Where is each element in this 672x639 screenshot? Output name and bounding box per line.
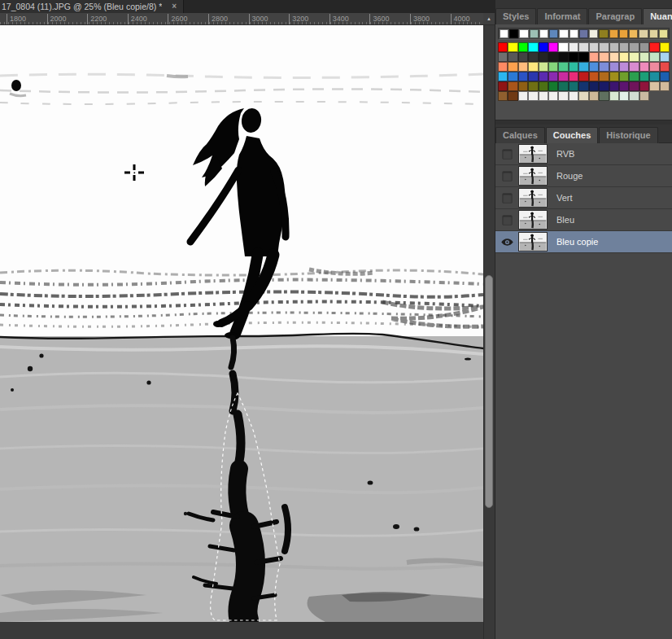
color-swatch[interactable] [539, 72, 548, 81]
color-swatch[interactable] [518, 52, 528, 62]
color-swatch[interactable] [528, 42, 538, 52]
color-swatch[interactable] [639, 62, 649, 72]
channel-row-vert[interactable]: Vert [495, 187, 672, 209]
color-swatch[interactable] [589, 62, 599, 72]
color-swatch[interactable] [660, 72, 670, 81]
color-swatch[interactable] [508, 42, 517, 52]
color-swatch[interactable] [528, 52, 538, 62]
color-swatch[interactable] [569, 72, 578, 81]
color-swatch[interactable] [660, 52, 670, 62]
color-swatch[interactable] [589, 52, 599, 62]
color-swatch[interactable] [660, 81, 670, 91]
color-swatch[interactable] [639, 29, 648, 38]
color-swatch[interactable] [548, 42, 558, 52]
color-swatch[interactable] [578, 91, 588, 101]
color-swatch[interactable] [508, 62, 517, 72]
vertical-scrollbar[interactable] [483, 25, 495, 639]
color-swatch[interactable] [558, 81, 568, 91]
color-swatch[interactable] [558, 72, 568, 81]
color-swatch[interactable] [569, 29, 578, 38]
color-swatch[interactable] [649, 52, 659, 62]
color-swatch[interactable] [629, 42, 639, 52]
color-swatch[interactable] [589, 29, 598, 38]
color-swatch[interactable] [649, 72, 659, 81]
visibility-empty-well[interactable] [502, 149, 513, 160]
visibility-toggle[interactable] [495, 149, 518, 160]
color-swatch[interactable] [539, 42, 548, 52]
color-swatch[interactable] [548, 91, 558, 101]
color-swatch[interactable] [508, 52, 517, 62]
canvas-image[interactable] [0, 25, 483, 622]
visibility-toggle[interactable] [495, 171, 518, 182]
color-swatch[interactable] [498, 42, 508, 52]
color-swatch[interactable] [539, 91, 548, 101]
channel-row-bleu[interactable]: Bleu [495, 209, 672, 231]
color-swatch[interactable] [629, 72, 639, 81]
color-swatch[interactable] [639, 91, 649, 101]
color-swatch[interactable] [639, 72, 649, 81]
color-swatch[interactable] [609, 42, 619, 52]
color-swatch[interactable] [609, 29, 618, 38]
visibility-empty-well[interactable] [502, 171, 513, 182]
close-icon[interactable]: × [172, 2, 177, 11]
color-swatch[interactable] [629, 62, 639, 72]
color-swatch[interactable] [619, 42, 629, 52]
color-swatch[interactable] [578, 72, 588, 81]
color-swatch[interactable] [569, 52, 578, 62]
color-swatch[interactable] [508, 91, 517, 101]
color-swatch[interactable] [518, 72, 528, 81]
color-swatch[interactable] [619, 52, 629, 62]
color-swatch[interactable] [518, 42, 528, 52]
color-swatch[interactable] [629, 91, 639, 101]
scrollbar-thumb[interactable] [485, 275, 493, 508]
color-swatch[interactable] [508, 72, 517, 81]
color-swatch[interactable] [558, 91, 568, 101]
visibility-toggle[interactable] [495, 215, 518, 225]
color-swatch[interactable] [498, 52, 508, 62]
color-swatch[interactable] [629, 52, 639, 62]
color-swatch[interactable] [528, 81, 538, 91]
color-swatch[interactable] [589, 91, 599, 101]
color-swatch[interactable] [579, 29, 588, 38]
channel-row-bleu-copie[interactable]: Bleu copie [495, 231, 672, 253]
color-swatch[interactable] [518, 91, 528, 101]
color-swatch[interactable] [498, 72, 508, 81]
visibility-empty-well[interactable] [502, 215, 513, 225]
color-swatch[interactable] [578, 62, 588, 72]
color-swatch[interactable] [619, 81, 629, 91]
tab-styles[interactable]: Styles [495, 8, 536, 24]
color-swatch[interactable] [558, 62, 568, 72]
color-swatch[interactable] [578, 81, 588, 91]
color-swatch[interactable] [519, 29, 528, 38]
color-swatch[interactable] [619, 72, 629, 81]
color-swatch[interactable] [609, 52, 619, 62]
color-swatch[interactable] [649, 62, 659, 72]
color-swatch[interactable] [649, 42, 659, 52]
color-swatch[interactable] [589, 42, 599, 52]
color-swatch[interactable] [539, 62, 548, 72]
visibility-empty-well[interactable] [502, 193, 513, 204]
color-swatch[interactable] [660, 62, 670, 72]
color-swatch[interactable] [599, 81, 609, 91]
color-swatch[interactable] [508, 81, 517, 91]
color-swatch[interactable] [539, 52, 548, 62]
color-swatch[interactable] [498, 81, 508, 91]
canvas-area[interactable] [0, 25, 483, 639]
color-swatch[interactable] [569, 42, 578, 52]
color-swatch[interactable] [599, 52, 609, 62]
color-swatch[interactable] [599, 29, 608, 38]
color-swatch[interactable] [548, 72, 558, 81]
channel-row-rouge[interactable]: Rouge [495, 165, 672, 187]
color-swatch[interactable] [530, 29, 539, 38]
color-swatch[interactable] [548, 81, 558, 91]
color-swatch[interactable] [569, 81, 578, 91]
color-swatch[interactable] [569, 91, 578, 101]
color-swatch[interactable] [539, 81, 548, 91]
color-swatch[interactable] [629, 81, 639, 91]
document-tab[interactable]: 17_0804 (11).JPG @ 25% (Bleu copie/8) * … [0, 0, 184, 13]
visibility-toggle[interactable] [495, 193, 518, 204]
color-swatch[interactable] [498, 62, 508, 72]
color-swatch[interactable] [569, 62, 578, 72]
tab-historique[interactable]: Historique [599, 127, 657, 143]
color-swatch[interactable] [500, 29, 508, 38]
